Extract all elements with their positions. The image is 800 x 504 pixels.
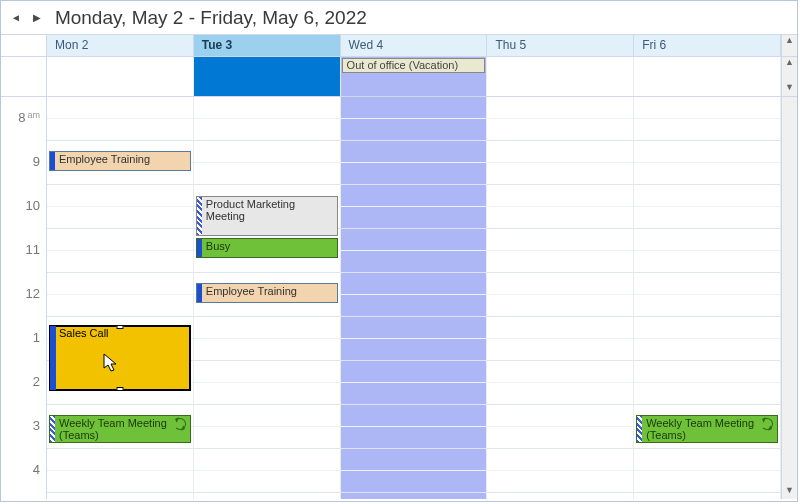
time-gutter-header [1,35,47,56]
allday-expand-down[interactable]: ▼ [782,82,797,96]
hour-label: 4 [33,462,40,477]
day-header-fri[interactable]: Fri 6 [634,35,781,56]
hour-label: 3 [33,418,40,433]
day-column-fri[interactable]: Weekly Team Meeting (Teams) [634,97,781,499]
appt-busy[interactable]: Busy [196,238,338,258]
allday-gutter [1,57,47,96]
day-header-mon[interactable]: Mon 2 [47,35,194,56]
hour-label: 12 [26,286,40,301]
allday-scroll: ▲ ▼ [781,57,797,96]
timegrid-scroll-gutter[interactable]: ▼ [781,97,797,499]
allday-cell-mon[interactable] [47,57,194,96]
day-column-tue[interactable]: Product Marketing Meeting Busy Employee … [194,97,341,499]
recurrence-icon [761,418,773,430]
hour-label: 10 [26,198,40,213]
appt-employee-training-tue[interactable]: Employee Training [196,283,338,303]
appt-weekly-team-mon[interactable]: Weekly Team Meeting (Teams) [49,415,191,443]
allday-cell-fri[interactable] [634,57,781,96]
allday-cell-wed[interactable]: Out of office (Vacation) [341,57,488,96]
day-column-mon[interactable]: Employee Training Sales Call Weekly Team… [47,97,194,499]
hour-label: 8am [18,110,40,125]
day-header-wed[interactable]: Wed 4 [341,35,488,56]
scroll-down-button[interactable]: ▼ [782,485,797,499]
allday-scroll-gutter: ▲ [781,35,797,56]
resize-handle-bottom[interactable] [116,387,123,391]
allday-cell-tue[interactable] [194,57,341,96]
day-column-thu[interactable] [487,97,634,499]
hour-label: 1 [33,330,40,345]
day-header-thu[interactable]: Thu 5 [487,35,634,56]
allday-expand-up[interactable]: ▲ [782,57,797,71]
prev-week-button[interactable]: ◄ [7,10,25,25]
hour-label: 9 [33,154,40,169]
allday-cell-thu[interactable] [487,57,634,96]
hour-label: 11 [26,242,40,257]
next-week-button[interactable]: ▶ [29,10,45,25]
resize-handle-top[interactable] [116,325,123,329]
recurrence-icon [174,418,186,430]
time-gutter: 8am 9 10 11 12 1 2 3 4 [1,97,47,499]
hour-label: 2 [33,374,40,389]
day-header-tue[interactable]: Tue 3 [194,35,341,56]
appt-sales-call[interactable]: Sales Call [49,325,191,391]
date-range-title: Monday, May 2 - Friday, May 6, 2022 [55,7,367,29]
day-column-wed[interactable] [341,97,488,499]
appt-product-marketing[interactable]: Product Marketing Meeting [196,196,338,236]
appt-employee-training-mon[interactable]: Employee Training [49,151,191,171]
allday-event-vacation[interactable]: Out of office (Vacation) [342,58,486,73]
allday-scroll-up[interactable]: ▲ [782,35,797,49]
appt-weekly-team-fri[interactable]: Weekly Team Meeting (Teams) [636,415,778,443]
